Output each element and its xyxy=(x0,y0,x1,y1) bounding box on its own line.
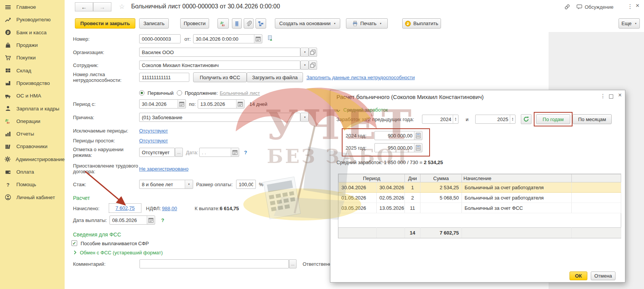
sidebar-item-salary-hr[interactable]: Зарплата и кадры xyxy=(0,102,65,115)
dialog-close-icon[interactable]: × xyxy=(618,92,622,99)
sidebar-item-help[interactable]: ? Помощь xyxy=(0,178,65,191)
year1-sum-input[interactable]: 900 000,00 xyxy=(374,131,422,140)
discussion-link[interactable]: Обсуждение xyxy=(585,4,614,10)
favorite-star-icon[interactable]: ☆ xyxy=(119,3,125,11)
sidebar-item-os-nma[interactable]: ОС и НМА xyxy=(0,89,65,102)
violation-more-button[interactable]: ... xyxy=(175,148,183,157)
comment-more-button[interactable]: ... xyxy=(289,259,297,268)
excluded-periods-link[interactable]: Отсутствуют xyxy=(139,128,168,134)
col-accrual[interactable]: Начисление xyxy=(462,174,572,182)
employee-open-button[interactable] xyxy=(309,61,317,70)
reason-dropdown-button[interactable]: ▼ xyxy=(300,113,309,122)
year2-input[interactable]: 2025▲▼ xyxy=(475,115,516,124)
col-sum[interactable]: Сумма xyxy=(420,174,462,182)
period-to-input[interactable]: 13.05.2026 xyxy=(198,99,244,109)
by-years-button[interactable]: По годам xyxy=(536,114,570,124)
fss-exchange-link[interactable]: Обмен с ФСС (устаревший формат) xyxy=(80,250,163,255)
suspension-link[interactable]: Не зарегистрировано xyxy=(139,166,189,172)
refresh-button[interactable] xyxy=(521,114,531,124)
sidebar-item-sales[interactable]: Продажи xyxy=(0,39,65,51)
discussion-icon[interactable] xyxy=(576,4,582,10)
ok-button[interactable]: ОК xyxy=(569,271,587,280)
primary-radio[interactable] xyxy=(139,90,144,96)
related-documents-button[interactable] xyxy=(255,18,266,29)
more-button[interactable]: Еще▼ xyxy=(619,18,640,29)
datetime-input[interactable]: 30.04.2026 0:00:00 xyxy=(193,34,262,43)
sidebar-item-reports[interactable]: Отчеты xyxy=(0,128,65,140)
post-and-close-button[interactable]: Провести и закрыть xyxy=(75,18,135,29)
collapse-chevron-icon[interactable] xyxy=(336,108,341,114)
cancel-button[interactable]: Отмена xyxy=(591,271,615,280)
sidebar-item-catalogs[interactable]: Справочники xyxy=(0,140,65,153)
period-from-input[interactable]: 30.04.2026 xyxy=(139,99,186,109)
window-menu-icon[interactable]: ⋮ xyxy=(627,3,633,10)
sidebar-item-purchases[interactable]: Покупки xyxy=(0,51,65,64)
post-button[interactable]: Провести xyxy=(180,18,209,29)
spinner[interactable]: ▲▼ xyxy=(453,115,458,123)
import-document-icon[interactable] xyxy=(267,35,273,41)
certificate-input[interactable]: 111111111111 xyxy=(139,73,189,82)
comment-input[interactable] xyxy=(140,259,289,268)
pay-date-help-icon[interactable]: ? xyxy=(161,217,164,223)
spinner[interactable]: ▲▼ xyxy=(510,115,515,123)
organization-input[interactable]: Василек ООО xyxy=(139,48,300,57)
employee-input[interactable]: Соколов Михаил Константинович xyxy=(139,61,300,70)
by-months-button[interactable]: По месяцам xyxy=(573,114,612,124)
violation-help-icon[interactable]: ? xyxy=(244,150,247,155)
print-button[interactable]: Печать▼ xyxy=(346,18,388,29)
window-close-icon[interactable]: × xyxy=(636,2,639,10)
calendar-icon[interactable] xyxy=(236,100,244,108)
calendar-icon[interactable] xyxy=(178,100,186,108)
col-period[interactable]: Период xyxy=(339,174,405,182)
sidebar-item-operations[interactable]: ДтКт Операции xyxy=(0,115,65,128)
table-row[interactable]: 30.04.202630.04.202612 534,25Больничный … xyxy=(339,182,621,193)
sidebar-item-personal-cabinet[interactable]: Личный кабинет xyxy=(0,191,65,203)
create-on-basis-button[interactable]: Создать на основании▼ xyxy=(275,18,340,29)
continuation-radio-label[interactable]: Продолжение: xyxy=(185,90,218,96)
organization-dropdown-button[interactable]: ▼ xyxy=(300,48,309,57)
accrued-field[interactable]: 7 602,75 xyxy=(109,203,141,213)
calculator-icon[interactable] xyxy=(414,131,422,140)
downtime-periods-link[interactable]: Отсутствуют xyxy=(139,138,168,144)
sidebar-item-manager[interactable]: Руководителю xyxy=(0,13,65,26)
seniority-select[interactable]: 8 и более лет▼ xyxy=(139,180,193,189)
chevron-right-icon[interactable] xyxy=(72,249,78,255)
table-row[interactable]: 01.05.202602.05.202625 068,50Больничный … xyxy=(339,193,621,203)
registers-button[interactable] xyxy=(232,18,242,29)
organization-open-button[interactable] xyxy=(309,48,317,57)
col-days[interactable]: Дни xyxy=(405,174,420,182)
sick-leave-link[interactable]: Больничный лист xyxy=(220,90,260,96)
pay-date-input[interactable]: 08.05.2026 xyxy=(109,216,155,225)
sfr-checkbox-label[interactable]: Пособие выплачивается СФР xyxy=(81,241,149,246)
employee-dropdown-button[interactable]: ▼ xyxy=(300,61,309,70)
avg-earnings-section[interactable]: Средний заработок xyxy=(343,107,388,113)
attachments-button[interactable] xyxy=(244,18,254,29)
number-input[interactable]: 0000-000003 xyxy=(139,34,181,43)
dialog-maximize-icon[interactable] xyxy=(609,94,613,99)
pay-rate-input[interactable]: 100,00 xyxy=(236,180,256,189)
load-from-file-button[interactable]: Загрузить из файла xyxy=(247,72,303,82)
sfr-checkbox[interactable]: ✓ xyxy=(71,240,77,246)
ndfl-link[interactable]: 988,00 xyxy=(162,206,177,211)
table-row[interactable]: 03.05.202613.05.202611Больничный за счет… xyxy=(339,203,621,213)
back-button[interactable]: ← xyxy=(75,2,93,11)
reason-input[interactable]: (01) Заболевание xyxy=(139,113,300,122)
save-button[interactable]: Записать xyxy=(139,18,169,29)
link-icon[interactable] xyxy=(564,4,570,10)
accrued-link[interactable]: 7 602,75 xyxy=(116,205,135,211)
chevron-down-icon[interactable]: ▼ xyxy=(185,180,193,188)
get-from-fss-button[interactable]: Получить из ФСС xyxy=(193,72,247,82)
sidebar-item-production[interactable]: Производство xyxy=(0,77,65,89)
primary-radio-label[interactable]: Первичный xyxy=(148,90,174,96)
sidebar-item-warehouse[interactable]: Склад xyxy=(0,64,65,77)
sidebar-item-bank-cash[interactable]: ₽ Банк и касса xyxy=(0,26,65,39)
violation-input[interactable]: Отсутствует xyxy=(139,148,175,157)
pay-button[interactable]: ₽Выплатить xyxy=(402,18,441,29)
sidebar-item-main[interactable]: Главное xyxy=(0,1,65,13)
year2-sum-input[interactable]: 950 000,00 xyxy=(374,143,422,152)
fill-data-link[interactable]: Заполнить данные листка нетрудоспособнос… xyxy=(306,75,415,80)
calendar-icon[interactable] xyxy=(254,35,262,43)
dtkt-button[interactable]: ДтКт xyxy=(217,18,229,29)
year1-input[interactable]: 2024▲▼ xyxy=(422,115,458,124)
sidebar-item-payment[interactable]: Оплата xyxy=(0,166,65,178)
